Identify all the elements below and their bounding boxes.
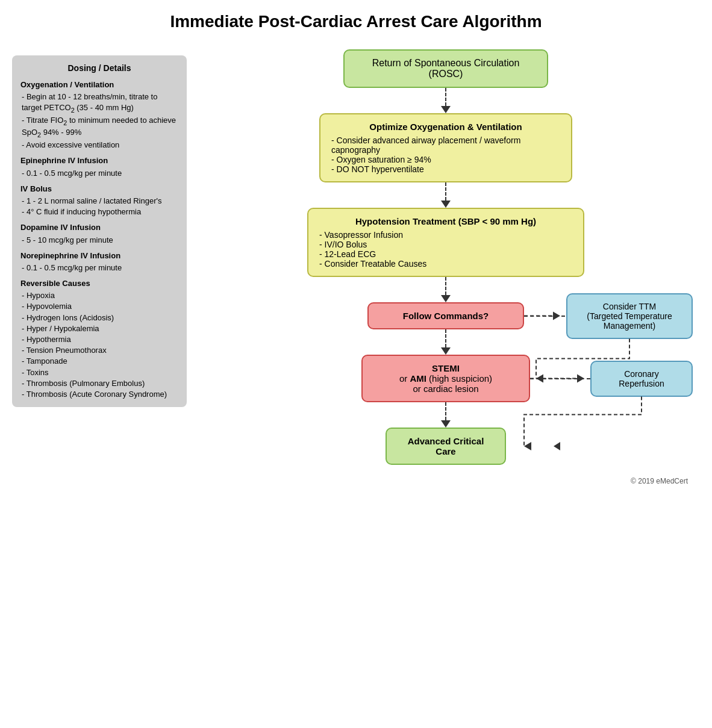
- arrow-coronary-to-advanced: [554, 442, 560, 450]
- copyright-text: © 2019 eMedCert: [12, 477, 700, 485]
- sidebar-section-reversible-content: - Hypoxia - Hypovolemia - Hydrogen Ions …: [22, 290, 178, 400]
- advanced-row: Advanced Critical Care: [199, 428, 693, 465]
- sidebar-section-dopamine-content: - 5 - 10 mcg/kg per minute: [22, 235, 178, 246]
- sidebar-panel: Dosing / Details Oxygenation / Ventilati…: [12, 55, 187, 407]
- optimize-box: Optimize Oxygenation & Ventilation - Con…: [319, 113, 572, 182]
- stemi-line3: or cardiac lesion: [373, 384, 518, 394]
- stemi-line2: or AMI (high suspicion): [373, 373, 518, 384]
- sidebar-section-norepi-header: Norepinephrine IV Infusion: [20, 250, 178, 261]
- sidebar-heading: Dosing / Details: [20, 63, 178, 75]
- sidebar-section-epinephrine-header: Epinephrine IV Infusion: [20, 155, 178, 166]
- flowchart-area: Return of Spontaneous Circulation (ROSC)…: [187, 49, 705, 465]
- optimize-item-3: - DO NOT hyperventilate: [331, 164, 560, 174]
- ttm-title: Consider TTM: [578, 302, 681, 311]
- hypotension-item-3: - 12-Lead ECG: [319, 249, 572, 259]
- sidebar-section-oxygenation-header: Oxygenation / Ventilation: [20, 79, 178, 90]
- advanced-box: Advanced Critical Care: [386, 428, 506, 465]
- arrow-hypotension-to-follow: [441, 277, 451, 302]
- hypotension-item-2: - IV/IO Bolus: [319, 240, 572, 249]
- stemi-line1: STEMI: [373, 363, 518, 373]
- sidebar-section-epinephrine-content: - 0.1 - 0.5 mcg/kg per minute: [22, 168, 178, 179]
- sidebar-section-reversible-header: Reversible Causes: [20, 278, 178, 289]
- coronary-box: Coronary Reperfusion: [590, 361, 693, 397]
- hypotension-item-1: - Vasopressor Infusion: [319, 230, 572, 240]
- follow-commands-box: Follow Commands?: [367, 302, 524, 329]
- arrow-stemi-to-advanced: [441, 402, 451, 428]
- stemi-row: STEMI or AMI (high suspicion) or cardiac…: [199, 355, 693, 402]
- stemi-box: STEMI or AMI (high suspicion) or cardiac…: [361, 355, 530, 402]
- sidebar-section-norepi-content: - 0.1 - 0.5 mcg/kg per minute: [22, 263, 178, 273]
- page-title: Immediate Post-Cardiac Arrest Care Algor…: [12, 12, 700, 31]
- optimize-item-1: - Consider advanced airway placement / w…: [331, 135, 560, 155]
- follow-row: Follow Commands? Consider TTM (Targeted …: [199, 302, 693, 329]
- optimize-item-2: - Oxygen saturation ≥ 94%: [331, 155, 560, 164]
- hypotension-box: Hypotension Treatment (SBP < 90 mm Hg) -…: [307, 208, 584, 277]
- sidebar-section-ivbolus-content: - 1 - 2 L normal saline / lactated Ringe…: [22, 196, 178, 217]
- sidebar-section-ivbolus-header: IV Bolus: [20, 184, 178, 194]
- arrow-follow-to-stemi: [441, 329, 451, 355]
- sidebar-section-oxygenation-content: - Begin at 10 - 12 breaths/min, titrate …: [22, 92, 178, 151]
- optimize-title: Optimize Oxygenation & Ventilation: [331, 122, 560, 132]
- arrow-optimize-to-hypotension: [441, 182, 451, 208]
- hypotension-item-4: - Consider Treatable Causes: [319, 259, 572, 269]
- ttm-box: Consider TTM (Targeted Temperature Manag…: [566, 293, 693, 339]
- sidebar-section-dopamine-header: Dopamine IV Infusion: [20, 222, 178, 233]
- hypotension-title: Hypotension Treatment (SBP < 90 mm Hg): [319, 216, 572, 226]
- ttm-subtitle: (Targeted Temperature Management): [578, 311, 681, 331]
- arrow-stemi-to-coronary: [530, 375, 597, 383]
- arrow-rosc-to-optimize: [441, 88, 451, 113]
- rosc-box: Return of Spontaneous Circulation (ROSC): [343, 49, 548, 88]
